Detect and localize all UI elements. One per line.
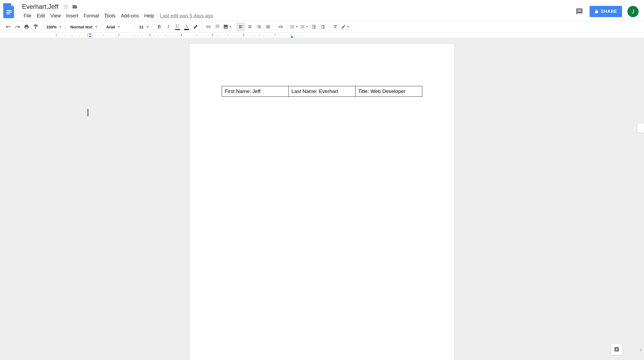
editing-mode-button[interactable]	[340, 22, 350, 31]
document-title[interactable]: Everhart,Jeff	[21, 3, 60, 10]
styles-dropdown[interactable]: Normal text	[68, 22, 100, 31]
toolbar: 100% Normal text Arial 11 B I U A	[0, 21, 644, 33]
print-button[interactable]	[22, 22, 31, 31]
svg-marker-6	[290, 35, 294, 38]
styles-value: Normal text	[70, 25, 92, 29]
paint-format-button[interactable]	[31, 22, 40, 31]
table-cell[interactable]: First Name: Jeff	[222, 86, 289, 97]
redo-button[interactable]	[13, 22, 22, 31]
italic-button[interactable]: I	[164, 22, 173, 31]
menu-format[interactable]: Format	[81, 12, 102, 20]
app-header: Everhart,Jeff File Edit View Insert Form…	[0, 0, 644, 21]
numbered-list-button[interactable]	[289, 22, 299, 31]
side-panel-toggle[interactable]: ‹	[638, 345, 643, 354]
font-size-value: 11	[139, 25, 144, 29]
insert-image-button[interactable]	[222, 22, 233, 31]
decrease-indent-button[interactable]	[309, 22, 318, 31]
svg-marker-4	[88, 33, 92, 35]
last-edit-link[interactable]: Last edit was 5 days ago	[160, 13, 213, 19]
page[interactable]: First Name: Jeff Last Name: Everhart Tit…	[189, 43, 455, 360]
font-size-dropdown[interactable]: 11	[136, 22, 151, 31]
indent-marker-left[interactable]	[88, 33, 92, 38]
menu-addons[interactable]: Add-ons	[118, 12, 142, 20]
menu-tools[interactable]: Tools	[102, 12, 118, 20]
document-table[interactable]: First Name: Jeff Last Name: Everhart Tit…	[222, 86, 422, 97]
ruler-number: 5	[212, 33, 213, 37]
horizontal-ruler[interactable]: 11234567	[0, 33, 644, 38]
side-panel-tab[interactable]	[637, 123, 644, 133]
ruler-number: 4	[180, 33, 182, 37]
svg-rect-0	[6, 10, 12, 11]
zoom-value: 100%	[46, 25, 57, 29]
add-comment-button[interactable]	[213, 22, 222, 31]
menu-edit[interactable]: Edit	[34, 12, 48, 20]
table-row[interactable]: First Name: Jeff Last Name: Everhart Tit…	[222, 86, 422, 97]
svg-marker-3	[63, 5, 68, 9]
svg-rect-1	[6, 12, 12, 13]
explore-button[interactable]	[611, 343, 623, 355]
clear-formatting-button[interactable]	[331, 22, 340, 31]
svg-marker-5	[88, 35, 92, 37]
ruler-number: 6	[243, 33, 245, 37]
undo-button[interactable]	[4, 22, 13, 31]
svg-rect-2	[6, 13, 10, 14]
menu-file[interactable]: File	[21, 12, 34, 20]
underline-button[interactable]: U	[173, 22, 182, 31]
document-canvas[interactable]: First Name: Jeff Last Name: Everhart Tit…	[0, 38, 644, 360]
increase-indent-button[interactable]	[318, 22, 327, 31]
menu-insert[interactable]: Insert	[64, 12, 81, 20]
ruler-number: 2	[118, 33, 120, 37]
align-center-button[interactable]	[245, 22, 254, 31]
folder-icon[interactable]	[71, 3, 78, 10]
align-left-button[interactable]	[236, 22, 245, 31]
zoom-dropdown[interactable]: 100%	[44, 22, 64, 31]
ruler-number: 7	[274, 33, 276, 37]
text-cursor	[88, 109, 88, 116]
bulleted-list-button[interactable]	[299, 22, 309, 31]
menu-view[interactable]: View	[48, 12, 64, 20]
highlight-button[interactable]	[191, 22, 200, 31]
avatar[interactable]: J	[627, 6, 639, 17]
star-icon[interactable]	[62, 3, 69, 10]
table-cell[interactable]: Last Name: Everhart	[289, 86, 356, 97]
share-label: SHARE	[601, 9, 617, 14]
text-color-button[interactable]: A	[182, 22, 191, 31]
align-justify-button[interactable]	[264, 22, 273, 31]
table-cell[interactable]: Title: Web Developer	[356, 86, 422, 97]
font-dropdown[interactable]: Arial	[103, 22, 133, 31]
font-value: Arial	[106, 25, 115, 29]
indent-marker-right[interactable]	[290, 34, 294, 38]
align-right-button[interactable]	[254, 22, 264, 31]
lock-icon	[594, 9, 599, 14]
comments-icon[interactable]	[575, 7, 584, 16]
menu-help[interactable]: Help	[142, 12, 157, 20]
bold-button[interactable]: B	[155, 22, 164, 31]
insert-link-button[interactable]	[204, 22, 213, 31]
share-button[interactable]: SHARE	[590, 6, 622, 17]
docs-logo[interactable]	[2, 3, 16, 18]
ruler-number: 1	[55, 33, 57, 37]
menubar: File Edit View Insert Format Tools Add-o…	[19, 11, 575, 20]
line-spacing-button[interactable]	[276, 22, 285, 31]
ruler-number: 3	[149, 33, 151, 37]
